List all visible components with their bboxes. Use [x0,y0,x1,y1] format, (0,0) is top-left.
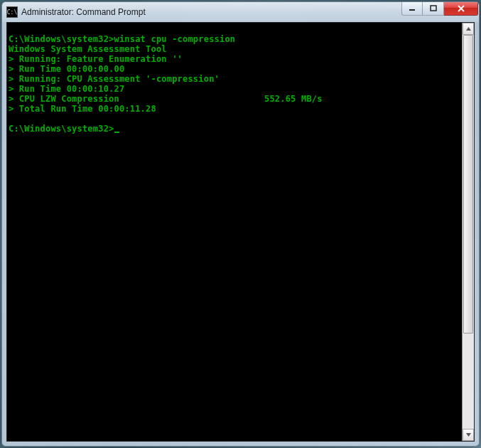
client-area: C:\Windows\system32>winsat cpu -compress… [6,22,475,442]
command-prompt-window: C:\ Administrator: Command Prompt C:\Win… [1,1,480,447]
output-line: Windows System Assessment Tool [9,44,462,54]
cursor [114,132,119,133]
result-label: > CPU LZW Compression [9,94,264,104]
prompt-path: C:\Windows\system32> [9,34,114,44]
result-value: 552.65 MB/s [264,94,323,104]
window-controls [401,1,478,16]
output-line: > Running: CPU Assessment '-compression' [9,74,462,84]
blank-line [9,24,462,34]
titlebar[interactable]: C:\ Administrator: Command Prompt [2,2,479,22]
output-line: > Run Time 00:00:00.00 [9,64,462,74]
app-icon: C:\ [6,6,18,18]
scroll-track[interactable] [463,35,474,429]
blank-line [9,114,462,124]
prompt-line: C:\Windows\system32> [9,124,462,134]
minimize-button[interactable] [401,1,423,16]
scroll-up-button[interactable] [463,23,474,35]
output-line: > Total Run Time 00:00:11.28 [9,104,462,114]
command-text: winsat cpu -compression [114,34,236,44]
scroll-thumb[interactable] [463,35,473,334]
close-button[interactable] [444,1,478,16]
scroll-down-button[interactable] [463,429,474,441]
maximize-button[interactable] [423,1,444,16]
output-line: > Running: Feature Enumeration '' [9,54,462,64]
output-line: > Run Time 00:00:10.27 [9,84,462,94]
terminal-output[interactable]: C:\Windows\system32>winsat cpu -compress… [7,23,462,441]
output-line: > CPU LZW Compression552.65 MB/s [9,94,462,104]
prompt-line: C:\Windows\system32>winsat cpu -compress… [9,34,462,44]
svg-rect-0 [409,9,415,11]
prompt-path: C:\Windows\system32> [9,124,114,134]
vertical-scrollbar[interactable] [462,23,474,441]
svg-rect-1 [431,6,436,11]
